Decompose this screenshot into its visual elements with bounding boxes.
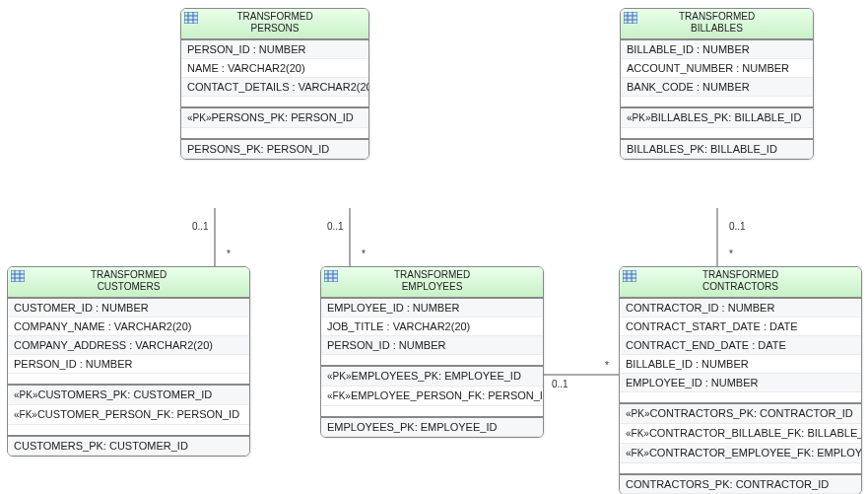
key-row: «PK»CONTRACTORS_PK: CONTRACTOR_ID	[620, 404, 861, 424]
attr-row: CONTRACT_END_DATE : DATE	[620, 336, 861, 355]
attributes-section: BILLABLE_ID : NUMBER ACCOUNT_NUMBER : NU…	[621, 39, 813, 97]
mult-label: *	[729, 248, 733, 259]
table-icon	[184, 12, 198, 24]
entity-name: BILLABLES	[625, 23, 809, 35]
section-gap	[321, 355, 543, 366]
attr-row: CONTRACT_START_DATE : DATE	[620, 318, 861, 336]
attr-row: PERSON_ID : NUMBER	[8, 355, 249, 374]
entity-customers: TRANSFORMED CUSTOMERS CUSTOMER_ID : NUMB…	[7, 266, 250, 457]
table-icon	[324, 270, 338, 282]
attr-row: CONTRACTOR_ID : NUMBER	[620, 299, 861, 318]
key-row: «FK»CONTRACTOR_BILLABLE_FK: BILLABLE_ID	[620, 424, 861, 444]
index-section: BILLABLES_PK: BILLABLE_ID	[621, 139, 813, 159]
keys-section: «PK»PERSONS_PK: PERSON_ID	[181, 107, 368, 128]
attr-row: CONTACT_DETAILS : VARCHAR2(20)	[181, 78, 368, 97]
entity-title: TRANSFORMED EMPLOYEES	[321, 267, 543, 298]
entity-persons: TRANSFORMED PERSONS PERSON_ID : NUMBER N…	[180, 8, 369, 160]
key-row: «FK»EMPLOYEE_PERSON_FK: PERSON_ID	[321, 387, 543, 406]
index-row: PERSONS_PK: PERSON_ID	[181, 140, 368, 159]
entity-employees: TRANSFORMED EMPLOYEES EMPLOYEE_ID : NUMB…	[320, 266, 544, 438]
attr-row: BILLABLE_ID : NUMBER	[620, 355, 861, 374]
entity-name: CONTRACTORS	[624, 281, 857, 293]
table-icon	[624, 12, 637, 24]
svg-rect-20	[623, 270, 636, 282]
table-icon	[11, 270, 25, 282]
key-row: «PK»CUSTOMERS_PK: CUSTOMER_ID	[8, 386, 249, 405]
mult-label: 0..1	[327, 221, 344, 232]
attr-row: PERSON_ID : NUMBER	[181, 40, 368, 59]
keys-section: «PK»CONTRACTORS_PK: CONTRACTOR_ID «FK»CO…	[620, 403, 861, 463]
entity-billables: TRANSFORMED BILLABLES BILLABLE_ID : NUMB…	[620, 8, 814, 160]
key-row: «FK»CUSTOMER_PERSON_FK: PERSON_ID	[8, 405, 249, 425]
index-section: CUSTOMERS_PK: CUSTOMER_ID	[8, 436, 249, 456]
attributes-section: PERSON_ID : NUMBER NAME : VARCHAR2(20) C…	[181, 39, 368, 97]
index-row: BILLABLES_PK: BILLABLE_ID	[621, 140, 813, 159]
index-section: PERSONS_PK: PERSON_ID	[181, 139, 368, 159]
entity-stereotype: TRANSFORMED	[325, 269, 539, 281]
attr-row: JOB_TITLE : VARCHAR2(20)	[321, 318, 543, 336]
section-gap	[621, 128, 813, 139]
attr-row: COMPANY_NAME : VARCHAR2(20)	[8, 318, 249, 336]
index-section: EMPLOYEES_PK: EMPLOYEE_ID	[321, 417, 543, 437]
entity-stereotype: TRANSFORMED	[185, 11, 365, 23]
mult-label: *	[227, 248, 231, 259]
attr-row: EMPLOYEE_ID : NUMBER	[620, 374, 861, 392]
svg-rect-15	[324, 270, 338, 282]
section-gap	[620, 463, 861, 474]
table-icon	[623, 270, 636, 282]
index-row: CUSTOMERS_PK: CUSTOMER_ID	[8, 437, 249, 456]
keys-section: «PK»EMPLOYEES_PK: EMPLOYEE_ID «FK»EMPLOY…	[321, 366, 543, 406]
entity-stereotype: TRANSFORMED	[12, 269, 245, 281]
section-gap	[8, 425, 249, 436]
attr-row: CUSTOMER_ID : NUMBER	[8, 299, 249, 318]
mult-label: *	[605, 360, 609, 371]
entity-name: EMPLOYEES	[325, 281, 539, 293]
section-gap	[321, 406, 543, 417]
mult-label: 0..1	[552, 379, 568, 389]
mult-label: *	[362, 248, 366, 259]
key-row: «PK»BILLABLES_PK: BILLABLE_ID	[621, 108, 813, 128]
section-gap	[181, 128, 368, 139]
attr-row: COMPANY_ADDRESS : VARCHAR2(20)	[8, 336, 249, 355]
index-row: CONTRACTORS_PK: CONTRACTOR_ID	[620, 475, 861, 494]
svg-rect-5	[624, 12, 637, 24]
entity-title: TRANSFORMED CUSTOMERS	[8, 267, 249, 298]
attr-row: BANK_CODE : NUMBER	[621, 78, 813, 97]
key-row: «PK»PERSONS_PK: PERSON_ID	[181, 108, 368, 128]
section-gap	[181, 97, 368, 107]
attr-row: ACCOUNT_NUMBER : NUMBER	[621, 59, 813, 78]
entity-name: CUSTOMERS	[12, 281, 245, 293]
section-gap	[621, 97, 813, 107]
attr-row: PERSON_ID : NUMBER	[321, 336, 543, 355]
entity-title: TRANSFORMED CONTRACTORS	[620, 267, 861, 298]
section-gap	[620, 392, 861, 403]
entity-stereotype: TRANSFORMED	[625, 11, 809, 23]
keys-section: «PK»BILLABLES_PK: BILLABLE_ID	[621, 107, 813, 128]
attr-row: BILLABLE_ID : NUMBER	[621, 40, 813, 59]
key-row: «PK»EMPLOYEES_PK: EMPLOYEE_ID	[321, 367, 543, 387]
mult-label: 0..1	[192, 221, 209, 232]
keys-section: «PK»CUSTOMERS_PK: CUSTOMER_ID «FK»CUSTOM…	[8, 385, 249, 425]
svg-rect-0	[184, 12, 198, 24]
key-row: «FK»CONTRACTOR_EMPLOYEE_FK: EMPLOYEE_ID	[620, 444, 861, 463]
entity-stereotype: TRANSFORMED	[624, 269, 857, 281]
attributes-section: EMPLOYEE_ID : NUMBER JOB_TITLE : VARCHAR…	[321, 298, 543, 355]
attr-row: NAME : VARCHAR2(20)	[181, 59, 368, 78]
attributes-section: CONTRACTOR_ID : NUMBER CONTRACT_START_DA…	[620, 298, 861, 392]
svg-rect-10	[11, 270, 25, 282]
attr-row: EMPLOYEE_ID : NUMBER	[321, 299, 543, 318]
index-row: EMPLOYEES_PK: EMPLOYEE_ID	[321, 418, 543, 437]
entity-contractors: TRANSFORMED CONTRACTORS CONTRACTOR_ID : …	[619, 266, 862, 494]
mult-label: 0..1	[729, 221, 746, 232]
entity-title: TRANSFORMED PERSONS	[181, 9, 368, 39]
entity-title: TRANSFORMED BILLABLES	[621, 9, 813, 39]
entity-name: PERSONS	[185, 23, 365, 35]
index-section: CONTRACTORS_PK: CONTRACTOR_ID	[620, 474, 861, 494]
attributes-section: CUSTOMER_ID : NUMBER COMPANY_NAME : VARC…	[8, 298, 249, 374]
section-gap	[8, 374, 249, 385]
